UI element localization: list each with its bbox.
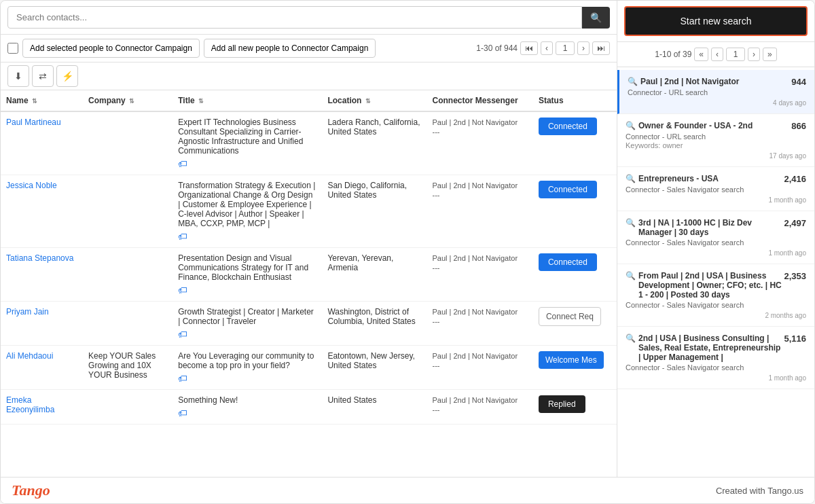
page-number: 1 [556,41,575,55]
cell-name: Priyam Jain [1,302,83,346]
connect-req-button[interactable]: Connect Req [539,307,601,326]
tango-credit: Created with Tango.us [716,486,803,496]
search-count: 5,116 [784,334,806,344]
search-time: 1 month ago [626,374,806,382]
col-header-location[interactable]: Location ⇅ [322,90,427,111]
contact-name-link[interactable]: Tatiana Stepanova [6,253,73,263]
cell-location: Ladera Ranch, California, United States [322,111,427,175]
right-last-page[interactable]: » [763,48,777,61]
app-container: 🔍 Add selected people to Connector Campa… [0,0,815,504]
search-time: 17 days ago [626,152,806,160]
contact-name-link[interactable]: Paul Martineau [6,118,61,127]
welcome-mes-button[interactable]: Welcome Mes [539,351,604,369]
cell-name: Emeka Ezeonyilimba [1,390,83,425]
search-title: 3rd | NA | 1-1000 HC | Biz Dev Manager |… [638,218,784,237]
cell-title: Something New! 🏷 [173,390,322,425]
connected-button[interactable]: Connected [539,253,597,271]
table-pagination: 1-30 of 944 ⏮ ‹ 1 › ⏭ [476,41,610,55]
prev-page-button[interactable]: ‹ [541,41,553,55]
right-next-page[interactable]: › [748,48,760,61]
right-pagination-text: 1-10 of 39 [655,50,691,59]
connected-button[interactable]: Connected [539,118,597,135]
cell-status: Connect Req [533,302,617,346]
search-input[interactable] [7,6,582,29]
cell-location: Eatontown, New Jersey, United States [322,346,427,390]
search-time: 2 months ago [626,312,806,319]
tag-icon: 🏷 [178,231,316,242]
search-history-item[interactable]: 🔍 Paul | 2nd | Not Navigator 944 Connect… [617,70,814,114]
tag-icon: 🏷 [178,285,316,295]
download-icon-button[interactable]: ⬇ [7,65,29,87]
search-sub: Connector - Sales Navigator search [626,301,806,309]
cell-title: Growth Strategist | Creator | Marketer |… [173,302,322,346]
search-history-item[interactable]: 🔍 Owner & Founder - USA - 2nd 866 Connec… [617,114,814,167]
last-page-button[interactable]: ⏭ [592,41,610,55]
connected-button[interactable]: Connected [539,181,597,198]
right-top: Start new search [617,1,814,42]
search-history-item[interactable]: 🔍 From Paul | 2nd | USA | Business Devel… [617,264,814,327]
search-title: Entrepreneurs - USA [638,174,719,183]
search-icon: 🔍 [626,271,636,281]
search-count: 2,497 [784,218,806,228]
cell-status: Connected [533,175,617,248]
search-title: Owner & Founder - USA - 2nd [638,121,753,130]
col-header-connector: Connector Messenger [427,90,533,111]
cell-name: Jessica Noble [1,175,83,248]
col-header-title[interactable]: Title ⇅ [173,90,322,111]
cell-connector: Paul | 2nd | Not Navigator --- [427,302,533,346]
cell-title: Expert IT Technologies Business Consulta… [173,111,322,175]
search-history-item[interactable]: 🔍 Entrepreneurs - USA 2,416 Connector - … [617,167,814,211]
right-prev-page[interactable]: ‹ [711,48,723,61]
start-new-search-button[interactable]: Start new search [624,6,808,36]
footer: Tango Created with Tango.us [1,477,814,503]
cell-location: San Diego, California, United States [322,175,427,248]
table-row: Ali Mehdaoui Keep YOUR Sales Growing and… [1,346,617,390]
left-panel: 🔍 Add selected people to Connector Campa… [1,1,617,477]
cell-company [83,390,173,425]
tag-icon: 🏷 [178,158,316,169]
search-history-item[interactable]: 🔍 3rd | NA | 1-1000 HC | Biz Dev Manager… [617,211,814,264]
search-time: 4 days ago [628,99,806,107]
cell-title: Are You Leveraging our community to beco… [173,346,322,390]
main-layout: 🔍 Add selected people to Connector Campa… [1,1,814,477]
cell-title: Transformation Strategy & Execution | Or… [173,175,322,248]
tag-icon: 🏷 [178,329,316,340]
search-sub: Connector - URL search [628,88,806,96]
contact-name-link[interactable]: Emeka Ezeonyilimba [6,395,54,414]
search-title: From Paul | 2nd | USA | Business Develop… [638,271,784,300]
contact-name-link[interactable]: Ali Mehdaoui [6,351,53,361]
search-count: 944 [791,77,806,87]
select-all-checkbox[interactable] [7,43,18,54]
cell-company: Keep YOUR Sales Growing and 10X YOUR Bus… [83,346,173,390]
first-page-button[interactable]: ⏮ [520,41,538,55]
search-title: 2nd | USA | Business Consulting | Sales,… [638,334,784,362]
contact-name-link[interactable]: Priyam Jain [6,307,49,317]
right-pagination: 1-10 of 39 « ‹ 1 › » [617,42,814,67]
filter-icon-button[interactable]: ⚡ [56,65,78,87]
tango-logo: Tango [12,482,50,499]
add-selected-button[interactable]: Add selected people to Connector Campaig… [22,39,200,58]
cell-location: Yerevan, Yerevan, Armenia [322,248,427,302]
searches-list: 🔍 Paul | 2nd | Not Navigator 944 Connect… [617,67,814,477]
next-page-button[interactable]: › [577,41,590,55]
cell-connector: Paul | 2nd | Not Navigator --- [427,346,533,390]
replied-button[interactable]: Replied [539,395,585,413]
cell-title: Presentation Design and Visual Communica… [173,248,322,302]
shuffle-icon-button[interactable]: ⇄ [32,65,54,87]
table-row: Priyam Jain Growth Strategist | Creator … [1,302,617,346]
cell-connector: Paul | 2nd | Not Navigator --- [427,248,533,302]
contacts-table: Name ⇅ Company ⇅ Title ⇅ Location ⇅ [1,90,617,425]
toolbar: Add selected people to Connector Campaig… [1,35,617,62]
cell-company [83,248,173,302]
col-header-status: Status [533,90,617,111]
cell-location: Washington, District of Columbia, United… [322,302,427,346]
search-history-item[interactable]: 🔍 2nd | USA | Business Consulting | Sale… [617,327,814,389]
add-all-button[interactable]: Add all new people to Connector Campaign [204,39,376,58]
right-first-page[interactable]: « [694,48,708,61]
cell-connector: Paul | 2nd | Not Navigator --- [427,175,533,248]
contact-name-link[interactable]: Jessica Noble [6,181,57,190]
search-button[interactable]: 🔍 [582,7,610,29]
col-header-company[interactable]: Company ⇅ [83,90,173,111]
col-header-name[interactable]: Name ⇅ [1,90,83,111]
search-sub: Connector - Sales Navigator search [626,185,806,194]
